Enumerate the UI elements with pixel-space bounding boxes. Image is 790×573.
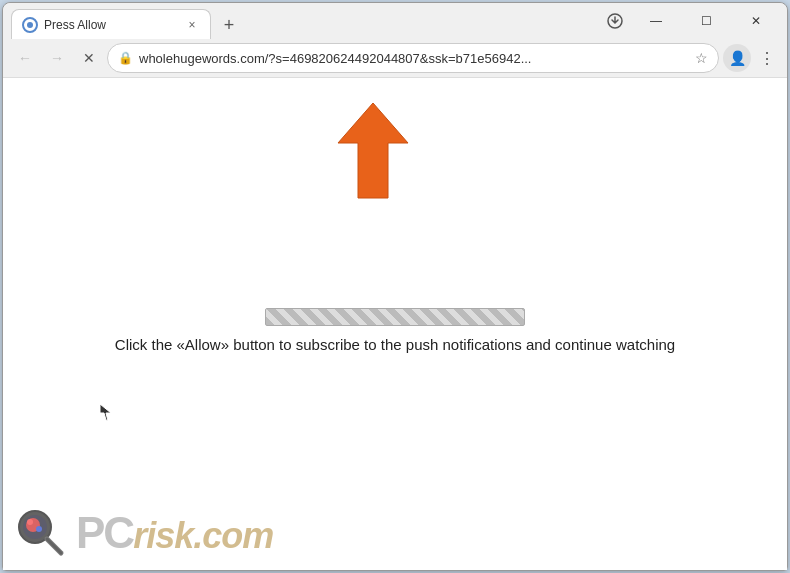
- progress-bar-container: [265, 308, 525, 326]
- more-menu-button[interactable]: ⋮: [755, 45, 779, 72]
- tab-close-button[interactable]: ×: [184, 17, 200, 33]
- profile-button[interactable]: 👤: [723, 44, 751, 72]
- forward-button[interactable]: →: [43, 44, 71, 72]
- reload-button[interactable]: ✕: [75, 44, 103, 72]
- back-button[interactable]: ←: [11, 44, 39, 72]
- main-instruction-text: Click the «Allow» button to subscribe to…: [3, 336, 787, 353]
- forward-icon: →: [50, 50, 64, 66]
- svg-point-6: [36, 526, 42, 532]
- pcrisk-logo-icon: [13, 505, 68, 560]
- reload-icon: ✕: [83, 50, 95, 66]
- close-button[interactable]: ✕: [733, 7, 779, 35]
- lock-icon: 🔒: [118, 51, 133, 65]
- progress-bar: [265, 308, 525, 326]
- toolbar: ← → ✕ 🔒 wholehugewords.com/?s=4698206244…: [3, 39, 787, 78]
- chrome-download-icon[interactable]: [601, 7, 629, 35]
- browser-window: Press Allow × + — ☐ ✕ ← →: [2, 2, 788, 571]
- maximize-button[interactable]: ☐: [683, 7, 729, 35]
- tab-area: Press Allow × +: [11, 3, 601, 39]
- pcrisk-brand-text: PCrisk.com: [76, 508, 273, 558]
- back-icon: ←: [18, 50, 32, 66]
- svg-point-5: [27, 519, 33, 525]
- mouse-cursor: [99, 403, 111, 421]
- favicon-inner: [27, 22, 33, 28]
- arrow-indicator: [323, 98, 423, 212]
- svg-line-8: [47, 539, 61, 553]
- page-content: Click the «Allow» button to subscribe to…: [3, 78, 787, 570]
- bookmark-icon[interactable]: ☆: [695, 50, 708, 66]
- address-bar[interactable]: 🔒 wholehugewords.com/?s=4698206244920448…: [107, 43, 719, 73]
- url-text: wholehugewords.com/?s=469820624492044807…: [139, 51, 689, 66]
- window-controls: — ☐ ✕: [601, 7, 779, 35]
- profile-icon: 👤: [729, 50, 746, 66]
- active-tab[interactable]: Press Allow ×: [11, 9, 211, 39]
- tab-title: Press Allow: [44, 18, 178, 32]
- new-tab-button[interactable]: +: [215, 11, 243, 39]
- minimize-button[interactable]: —: [633, 7, 679, 35]
- svg-marker-1: [338, 103, 408, 198]
- title-bar: Press Allow × + — ☐ ✕: [3, 3, 787, 39]
- tab-favicon: [22, 17, 38, 33]
- pcrisk-watermark: PCrisk.com: [13, 505, 273, 560]
